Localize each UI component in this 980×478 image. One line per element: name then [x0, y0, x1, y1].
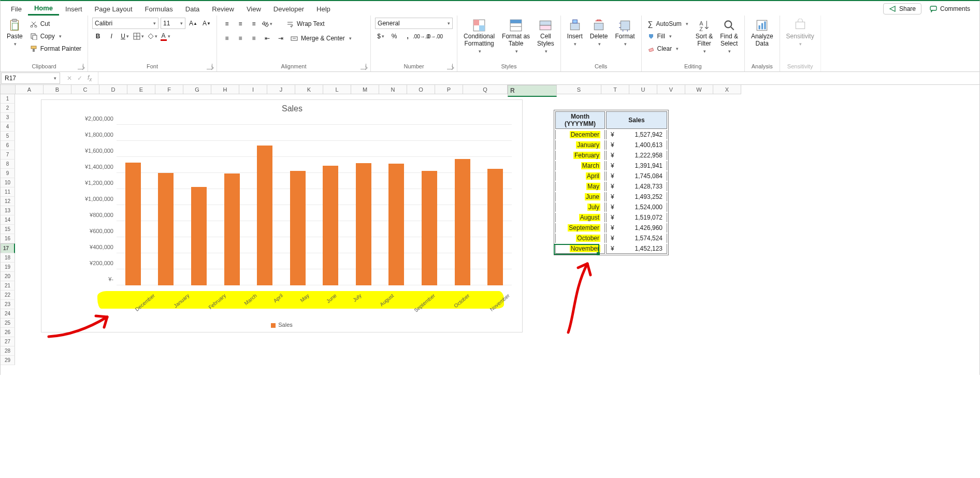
number-format-select[interactable]: General▾	[375, 18, 453, 29]
autosum-button[interactable]: ∑AutoSum▾	[646, 18, 690, 30]
tab-insert[interactable]: Insert	[59, 3, 89, 15]
orientation-button[interactable]: ab▾	[262, 19, 273, 29]
bar-june[interactable]	[323, 166, 338, 285]
table-row[interactable]: October¥1,574,524	[555, 234, 667, 243]
align-top-button[interactable]: ≡	[221, 19, 233, 29]
tab-file[interactable]: File	[5, 3, 28, 15]
row-header-19[interactable]: 19	[1, 263, 15, 272]
row-header-9[interactable]: 9	[1, 169, 15, 178]
col-header-N[interactable]: N	[379, 85, 407, 94]
bar-september[interactable]	[422, 171, 437, 285]
bar-march[interactable]	[224, 173, 240, 285]
col-header-A[interactable]: A	[16, 85, 44, 94]
col-header-Q[interactable]: Q	[463, 85, 508, 94]
table-row[interactable]: May¥1,428,733	[555, 182, 667, 191]
col-header-M[interactable]: M	[351, 85, 379, 94]
row-header-1[interactable]: 1	[1, 94, 15, 104]
table-row[interactable]: March¥1,391,941	[555, 161, 667, 170]
row-header-18[interactable]: 18	[1, 253, 15, 263]
col-header-H[interactable]: H	[211, 85, 239, 94]
format-cells-button[interactable]: Format▾	[613, 18, 637, 48]
row-header-26[interactable]: 26	[1, 328, 15, 337]
table-row[interactable]: January¥1,400,613	[555, 140, 667, 150]
row-header-24[interactable]: 24	[1, 309, 15, 318]
bar-february[interactable]	[191, 187, 207, 285]
name-box[interactable]: R17▾	[1, 73, 60, 84]
row-header-20[interactable]: 20	[1, 272, 15, 281]
table-row[interactable]: June¥1,493,252	[555, 192, 667, 201]
col-header-G[interactable]: G	[183, 85, 211, 94]
comma-button[interactable]: ,	[402, 31, 413, 41]
bar-january[interactable]	[158, 173, 174, 285]
accounting-format-button[interactable]: $▾	[375, 31, 386, 41]
format-painter-button[interactable]: Format Painter	[28, 42, 83, 55]
row-header-5[interactable]: 5	[1, 132, 15, 141]
decrease-indent-button[interactable]: ⇤	[262, 33, 273, 44]
clear-button[interactable]: Clear▾	[646, 42, 690, 55]
row-header-8[interactable]: 8	[1, 160, 15, 169]
sort-filter-button[interactable]: AZSort & Filter▾	[694, 18, 715, 55]
fill-button[interactable]: Fill▾	[646, 30, 690, 42]
row-header-23[interactable]: 23	[1, 300, 15, 309]
row-header-12[interactable]: 12	[1, 197, 15, 206]
dialog-launcher-icon[interactable]	[207, 64, 212, 69]
col-header-F[interactable]: F	[155, 85, 183, 94]
italic-button[interactable]: I	[106, 31, 117, 41]
table-row[interactable]: July¥1,524,000	[555, 202, 667, 212]
tab-review[interactable]: Review	[206, 3, 240, 15]
select-all-corner[interactable]	[1, 85, 16, 94]
cell-styles-button[interactable]: Cell Styles▾	[535, 18, 556, 55]
conditional-formatting-button[interactable]: Conditional Formatting▾	[462, 18, 497, 55]
row-header-10[interactable]: 10	[1, 178, 15, 187]
col-header-J[interactable]: J	[267, 85, 295, 94]
find-select-button[interactable]: Find & Select▾	[718, 18, 740, 55]
col-header-I[interactable]: I	[239, 85, 267, 94]
increase-font-button[interactable]: A▲	[188, 18, 199, 28]
col-header-E[interactable]: E	[127, 85, 155, 94]
row-header-7[interactable]: 7	[1, 150, 15, 160]
tab-page-layout[interactable]: Page Layout	[89, 3, 139, 15]
row-header-27[interactable]: 27	[1, 337, 15, 346]
decrease-decimal-button[interactable]: .0→.00	[429, 31, 440, 41]
percent-button[interactable]: %	[388, 31, 400, 41]
row-header-21[interactable]: 21	[1, 281, 15, 291]
share-button[interactable]: Share	[883, 3, 921, 15]
active-cell[interactable]	[554, 244, 599, 255]
font-color-button[interactable]: A▾	[160, 31, 171, 41]
bold-button[interactable]: B	[92, 31, 104, 41]
decrease-font-button[interactable]: A▼	[201, 18, 212, 28]
col-header-C[interactable]: C	[71, 85, 99, 94]
bar-august[interactable]	[388, 164, 404, 285]
col-header-K[interactable]: K	[295, 85, 323, 94]
increase-indent-button[interactable]: ⇥	[275, 33, 286, 44]
copy-button[interactable]: Copy▾	[28, 30, 83, 42]
align-bottom-button[interactable]: ≡	[248, 19, 260, 29]
row-header-6[interactable]: 6	[1, 141, 15, 150]
row-header-25[interactable]: 25	[1, 318, 15, 328]
col-header-L[interactable]: L	[323, 85, 351, 94]
row-header-28[interactable]: 28	[1, 346, 15, 356]
row-header-2[interactable]: 2	[1, 104, 15, 113]
table-row[interactable]: February¥1,222,958	[555, 151, 667, 160]
table-row[interactable]: August¥1,519,072	[555, 213, 667, 222]
row-header-4[interactable]: 4	[1, 122, 15, 132]
col-header-O[interactable]: O	[407, 85, 435, 94]
row-header-3[interactable]: 3	[1, 113, 15, 122]
bar-december[interactable]	[125, 163, 141, 285]
fill-color-button[interactable]: ▾	[146, 31, 157, 41]
bar-july[interactable]	[356, 163, 371, 285]
bar-may[interactable]	[290, 171, 306, 285]
col-header-V[interactable]: V	[657, 85, 685, 94]
row-header-16[interactable]: 16	[1, 234, 15, 243]
font-name-select[interactable]: Calibri▾	[92, 18, 158, 29]
align-right-button[interactable]: ≡	[248, 33, 260, 44]
table-row[interactable]: December¥1,527,942	[555, 130, 667, 139]
align-left-button[interactable]: ≡	[221, 33, 233, 44]
row-header-17[interactable]: 17	[1, 243, 15, 253]
dialog-launcher-icon[interactable]	[78, 64, 83, 69]
col-header-B[interactable]: B	[44, 85, 71, 94]
bar-november[interactable]	[487, 169, 503, 285]
analyze-data-button[interactable]: Analyze Data	[749, 18, 775, 49]
cancel-formula-icon[interactable]: ✕	[67, 75, 72, 82]
increase-decimal-button[interactable]: .00→.0	[415, 31, 427, 41]
